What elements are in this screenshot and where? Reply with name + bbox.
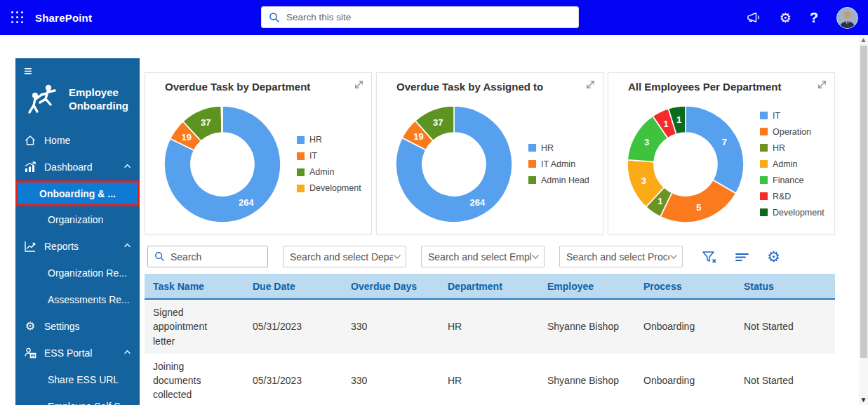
- legend-swatch-icon: [760, 192, 768, 200]
- sidebar-item-label: Reports: [44, 241, 79, 252]
- table-search-box[interactable]: [147, 246, 268, 267]
- sidebar-item-employee-self-s[interactable]: Employee Self S...: [15, 393, 140, 405]
- table-cell: Not Started: [735, 368, 835, 393]
- slice-value-label: 3: [641, 175, 646, 185]
- sidebar-item-reports[interactable]: Reports: [15, 233, 140, 260]
- sidebar-item-dashboard[interactable]: Dashboard: [15, 154, 140, 180]
- settings-icon: ⚙: [24, 320, 36, 333]
- department-filter-dropdown[interactable]: Search and select Depart: [283, 246, 406, 267]
- announcement-megaphone-icon[interactable]: [746, 11, 761, 25]
- scroll-up-icon[interactable]: ▲: [859, 35, 868, 45]
- hamburger-menu-icon[interactable]: ≡: [24, 64, 140, 78]
- column-header-department[interactable]: Department: [439, 281, 539, 292]
- legend-label: Admin: [309, 167, 334, 177]
- sidebar-item-onboarding[interactable]: Onboarding & ...: [15, 180, 140, 206]
- chevron-up-icon[interactable]: [123, 350, 131, 354]
- sidebar-item-share-ess-url[interactable]: Share ESS URL: [15, 366, 140, 393]
- sidebar-nav: HomeDashboardOnboarding & ...Organizatio…: [15, 127, 140, 405]
- scroll-down-icon[interactable]: ▼: [859, 395, 868, 405]
- expand-chart-icon[interactable]: [817, 79, 827, 90]
- table-search-input[interactable]: [171, 251, 255, 263]
- legend-label: R&D: [773, 192, 791, 201]
- legend-item: IT Admin: [528, 159, 589, 169]
- list-options-icon[interactable]: [735, 251, 749, 263]
- slice-value-label: 1: [676, 114, 681, 125]
- expand-chart-icon[interactable]: [585, 79, 596, 90]
- table-settings-gear-icon[interactable]: ⚙: [767, 249, 780, 264]
- chart-title: Overdue Task by Assigned to: [396, 81, 543, 93]
- table-cell: Onboarding: [635, 368, 735, 393]
- legend-item: HR: [297, 135, 361, 145]
- legend-item: Development: [760, 208, 824, 218]
- legend-item: Admin: [297, 167, 361, 177]
- legend-swatch-icon: [528, 176, 536, 184]
- sidebar-item-organization[interactable]: Organization: [15, 206, 140, 233]
- expand-chart-icon[interactable]: [354, 79, 364, 90]
- topbar: SharePoint ⚙ ?: [0, 0, 868, 35]
- sidebar-item-home[interactable]: Home: [15, 127, 140, 154]
- slice-value-label: 264: [239, 197, 254, 207]
- legend-item: R&D: [760, 192, 824, 201]
- slice-value-label: 264: [470, 197, 486, 208]
- legend-label: HR: [541, 143, 554, 153]
- legend-swatch-icon: [760, 128, 768, 135]
- app-launcher-waffle-icon[interactable]: [8, 8, 27, 27]
- scrollbar-thumb[interactable]: [860, 46, 867, 358]
- vertical-scrollbar[interactable]: ▲ ▼: [859, 35, 868, 405]
- user-avatar[interactable]: [836, 7, 858, 29]
- app-logo: Employee Onboarding: [25, 84, 140, 116]
- chart-title: Overdue Task by Department: [165, 81, 310, 93]
- donut-chart: 2641937: [158, 100, 287, 229]
- chart-card-0: Overdue Task by Department2641937HRITAdm…: [145, 72, 372, 234]
- sidebar-item-label: Assessments Re...: [48, 294, 130, 305]
- slice-value-label: 7: [722, 136, 727, 147]
- chart-body: 7513311ITOperationHRAdminFinanceR&DDevel…: [611, 95, 833, 232]
- chevron-up-icon[interactable]: [123, 243, 131, 248]
- column-header-status[interactable]: Status: [735, 281, 835, 292]
- charts-row: Overdue Task by Department2641937HRITAdm…: [145, 72, 835, 234]
- sidebar-item-ess-portal[interactable]: ESS Portal: [15, 340, 140, 366]
- clear-filter-icon[interactable]: [702, 250, 717, 264]
- chevron-down-icon: [531, 254, 540, 260]
- column-header-overdue-days[interactable]: Overdue Days: [342, 281, 439, 292]
- slice-value-label: 5: [696, 201, 701, 212]
- legend-label: Admin Head: [541, 175, 589, 185]
- column-header-due-date[interactable]: Due Date: [244, 281, 342, 292]
- legend-label: Development: [309, 183, 361, 193]
- legend-swatch-icon: [760, 160, 768, 168]
- legend-label: IT: [309, 151, 317, 161]
- sidebar-item-assessments-re[interactable]: Assessments Re...: [15, 286, 140, 313]
- sidebar-item-label: Settings: [44, 321, 80, 332]
- table-row[interactable]: Joining documents collected05/31/2023330…: [145, 354, 835, 405]
- column-header-process[interactable]: Process: [635, 281, 735, 292]
- legend-label: IT Admin: [541, 159, 575, 169]
- slice-value-label: 1: [657, 196, 662, 206]
- site-search-box[interactable]: [261, 6, 579, 28]
- tasks-table: Task NameDue DateOverdue DaysDepartmentE…: [145, 274, 835, 405]
- sidebar-item-organization-re[interactable]: Organization Re...: [15, 260, 140, 286]
- chevron-down-icon: [669, 254, 678, 260]
- legend-swatch-icon: [760, 176, 768, 184]
- help-icon[interactable]: ?: [810, 11, 818, 25]
- process-filter-dropdown[interactable]: Search and select Proces: [559, 246, 683, 267]
- settings-gear-icon[interactable]: ⚙: [780, 11, 792, 25]
- sharepoint-brand: SharePoint: [35, 12, 92, 24]
- sidebar-item-settings[interactable]: ⚙Settings: [15, 313, 140, 340]
- sidebar-item-label: Dashboard: [44, 161, 93, 173]
- chart-body: 2641937HRIT AdminAdmin Head: [380, 95, 601, 232]
- chevron-up-icon[interactable]: [123, 164, 131, 168]
- chevron-down-icon: [393, 254, 401, 260]
- legend-label: IT: [773, 111, 780, 121]
- employee-filter-dropdown[interactable]: Search and select Emplo: [421, 246, 545, 267]
- table-cell: Shyanne Bishop: [539, 368, 635, 393]
- column-header-employee[interactable]: Employee: [539, 281, 635, 292]
- main-content: Overdue Task by Department2641937HRITAdm…: [145, 72, 835, 405]
- chart-legend: ITOperationHRAdminFinanceR&DDevelopment: [760, 111, 824, 218]
- slice-value-label: 19: [413, 131, 423, 142]
- slice-value-label: 37: [201, 117, 211, 128]
- legend-item: Development: [297, 183, 361, 193]
- chart-body: 2641937HRITAdminDevelopment: [148, 95, 370, 232]
- table-row[interactable]: Signed appointment letter05/31/2023330HR…: [145, 300, 835, 354]
- column-header-task-name[interactable]: Task Name: [145, 281, 244, 292]
- site-search-input[interactable]: [286, 12, 553, 22]
